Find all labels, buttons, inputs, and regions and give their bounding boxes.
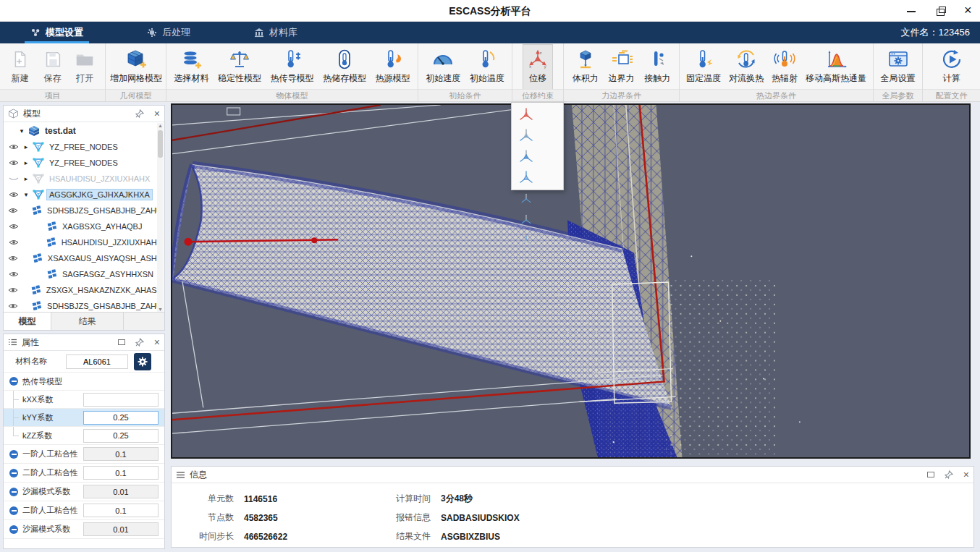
- close-icon[interactable]: ×: [963, 470, 969, 480]
- initial-velocity-button[interactable]: 初始速度: [423, 45, 463, 89]
- collapse-icon[interactable]: [9, 377, 18, 386]
- pin-icon[interactable]: [135, 109, 144, 118]
- pin-icon[interactable]: [945, 470, 953, 479]
- tree-item[interactable]: SAGFASGZ_ASYHHXSN: [4, 266, 164, 282]
- maximize-icon[interactable]: [118, 339, 125, 345]
- initial-temperature-button[interactable]: 初始温度: [467, 45, 507, 89]
- close-icon[interactable]: ×: [154, 109, 160, 119]
- value-input[interactable]: [83, 466, 159, 480]
- boundary-force-button[interactable]: 边界力: [606, 45, 638, 89]
- scrollbar-thumb[interactable]: [158, 130, 163, 158]
- collapse-icon[interactable]: [9, 506, 18, 515]
- compute-button[interactable]: 计算: [937, 45, 966, 89]
- constraint-xy-icon[interactable]: [515, 188, 538, 209]
- collapse-icon[interactable]: [9, 469, 18, 477]
- add-mesh-model-button[interactable]: 增加网格模型: [107, 45, 165, 89]
- tree-item-root[interactable]: ▾ test.dat: [4, 123, 164, 139]
- thermal-radiation-button[interactable]: 热辐射: [769, 45, 801, 89]
- save-button[interactable]: 保存: [39, 45, 67, 89]
- select-material-button[interactable]: 选择材料: [172, 45, 212, 89]
- expander-icon[interactable]: ▾: [22, 191, 30, 198]
- tree-item-label: AGSGKJKG_GJHXAJKHXA: [47, 190, 152, 200]
- tree-item-label: HSAUHDISU_JZXIUXHAHX: [59, 237, 164, 247]
- heat-storage-model-button[interactable]: 热储存模型: [320, 45, 369, 89]
- tab-model-settings[interactable]: 模型设置: [20, 22, 93, 43]
- collapse-icon[interactable]: [9, 525, 18, 534]
- displacement-triad-icon: zxy: [526, 47, 549, 72]
- tree-item[interactable]: ▸ YZ_FREE_NODES: [4, 139, 164, 155]
- scroll-down-icon[interactable]: ▼: [157, 307, 164, 312]
- kxx-input[interactable]: [83, 393, 159, 407]
- tree-item[interactable]: SDHSBJZS_GHSABJHB_ZAHU: [4, 203, 164, 218]
- eye-visible-icon[interactable]: [8, 207, 18, 214]
- heat-conduction-model-button[interactable]: 热传导模型: [268, 45, 317, 89]
- expander-icon[interactable]: ▸: [22, 143, 30, 150]
- eye-visible-icon[interactable]: [8, 223, 20, 230]
- eye-hidden-icon[interactable]: [8, 175, 20, 182]
- eye-visible-icon[interactable]: [8, 191, 20, 198]
- open-button[interactable]: 打开: [71, 45, 98, 89]
- stability-model-button[interactable]: 稳定性模型: [215, 45, 264, 89]
- collapse-icon[interactable]: [9, 450, 18, 459]
- heat-source-model-button[interactable]: 热源模型: [373, 45, 413, 89]
- tree-item[interactable]: HSAUHDISU_JZXIUXHAHX: [4, 234, 164, 250]
- kzz-input[interactable]: [83, 429, 159, 443]
- expander-icon[interactable]: ▾: [18, 127, 25, 135]
- minimize-icon[interactable]: [906, 6, 916, 16]
- model-cube-icon: [28, 125, 40, 137]
- tab-material-library[interactable]: 材料库: [244, 22, 308, 43]
- tree-item[interactable]: XSAXGAUS_AISYAQSH_ASHX: [4, 250, 164, 266]
- tree-item-hidden[interactable]: ▸ HSAUHDISU_JZXIUXHAHX: [4, 171, 164, 187]
- displacement-button[interactable]: zxy 位移: [523, 45, 552, 89]
- value-input[interactable]: [83, 485, 159, 498]
- tree-item[interactable]: ▸ YZ_FREE_NODES: [4, 155, 164, 171]
- constraint-xyz-red-icon[interactable]: [515, 104, 538, 125]
- expander-icon[interactable]: ▸: [22, 159, 30, 166]
- collapse-icon[interactable]: [9, 488, 18, 496]
- eye-visible-icon[interactable]: [8, 286, 18, 294]
- tab-model[interactable]: 模型: [4, 313, 51, 330]
- tree-item[interactable]: ZSXGX_HSAKAZNZXK_AHASX: [4, 282, 164, 298]
- close-icon[interactable]: ×: [154, 337, 160, 347]
- value-input[interactable]: [83, 522, 159, 536]
- constraint-yz-icon[interactable]: [515, 209, 538, 230]
- restore-icon[interactable]: [935, 6, 945, 16]
- material-name-input[interactable]: [66, 354, 128, 369]
- tab-postprocess[interactable]: 后处理: [137, 22, 200, 43]
- tree-item-selected[interactable]: ▾ AGSGKJKG_GJHXAJKHXA: [4, 187, 164, 203]
- eye-visible-icon[interactable]: [8, 302, 18, 310]
- eye-visible-icon[interactable]: [8, 271, 20, 278]
- viewport-3d: [171, 103, 971, 459]
- gauss-heat-flux-button[interactable]: 移动高斯热通量: [803, 45, 869, 89]
- tab-results[interactable]: 结果: [51, 313, 124, 330]
- property-row: 一阶人工粘合性: [4, 445, 164, 464]
- constraint-face-blue2-icon[interactable]: [515, 167, 538, 188]
- new-button[interactable]: 新建: [7, 45, 34, 89]
- tree-item[interactable]: SDHSBJZS_GHSABJHB_ZAHU: [4, 298, 164, 312]
- scroll-up-icon[interactable]: ▲: [157, 123, 164, 128]
- expander-icon[interactable]: ▸: [22, 175, 30, 182]
- viewport-3d-canvas[interactable]: [172, 105, 969, 457]
- constraint-face-blue-icon[interactable]: [515, 146, 538, 167]
- eye-visible-icon[interactable]: [8, 143, 20, 150]
- pin-icon[interactable]: [135, 338, 144, 347]
- section-heat-conduction[interactable]: 热传导模型: [4, 373, 164, 391]
- tree-item[interactable]: XAGBSXG_AYHAQBJ: [4, 218, 164, 234]
- maximize-icon[interactable]: [927, 472, 934, 477]
- body-force-button[interactable]: 体积力: [570, 45, 601, 89]
- close-icon[interactable]: [964, 6, 974, 16]
- tree-scrollbar[interactable]: ▲ ▼: [157, 123, 164, 312]
- contact-force-button[interactable]: 接触力: [641, 45, 673, 89]
- constraint-xyz-gray-icon[interactable]: [515, 125, 538, 146]
- constraint-z-icon[interactable]: [515, 230, 538, 251]
- fixed-temperature-button[interactable]: 固定温度: [683, 45, 724, 89]
- global-settings-button[interactable]: 全局设置: [878, 45, 918, 89]
- value-input[interactable]: [83, 504, 159, 517]
- material-settings-button[interactable]: [134, 353, 151, 370]
- convection-button[interactable]: 对流换热: [726, 45, 766, 89]
- eye-visible-icon[interactable]: [8, 159, 20, 166]
- eye-visible-icon[interactable]: [8, 239, 20, 246]
- eye-visible-icon[interactable]: [8, 255, 18, 262]
- kyy-input[interactable]: [83, 411, 159, 425]
- value-input[interactable]: [83, 447, 159, 461]
